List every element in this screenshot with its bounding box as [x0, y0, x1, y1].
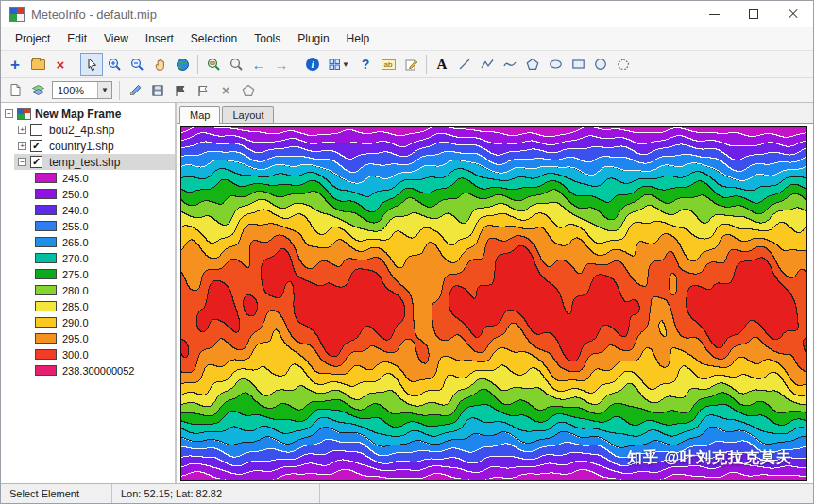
- zoom-out-icon: [130, 58, 144, 72]
- pencil-icon: [128, 83, 143, 97]
- dropdown-caret-icon: ▼: [101, 86, 109, 94]
- polygon-tool-button[interactable]: [521, 53, 544, 76]
- label-tag-icon: ab: [382, 59, 396, 70]
- edit-toolbar: 100% ▼ ×: [1, 77, 813, 103]
- legend-item[interactable]: 285.0: [1, 298, 175, 314]
- rectangle-tool-button[interactable]: [567, 53, 589, 76]
- legend-item[interactable]: 280.0: [1, 282, 175, 298]
- zoom-combo-dropdown-button[interactable]: ▼: [97, 82, 111, 98]
- legend-item[interactable]: 245.0: [1, 170, 175, 186]
- circle-tool-button[interactable]: [589, 53, 612, 76]
- what-is-this-button[interactable]: ?: [354, 53, 377, 76]
- menu-plugin[interactable]: Plugin: [289, 29, 337, 48]
- menu-insert[interactable]: Insert: [137, 29, 182, 48]
- add-layer-button[interactable]: +: [4, 53, 26, 76]
- back-button[interactable]: ←: [247, 53, 270, 76]
- forward-button[interactable]: →: [270, 53, 293, 76]
- minimize-button[interactable]: [694, 1, 734, 27]
- curve-icon: [503, 58, 517, 71]
- layer-row-temp-test[interactable]: − ✓ temp_test.shp: [14, 154, 175, 170]
- freehand-polygon-tool-button[interactable]: [612, 53, 635, 76]
- zoom-in-button[interactable]: [103, 53, 126, 76]
- layer-name[interactable]: country1.shp: [46, 140, 117, 153]
- remove-feature-button[interactable]: ×: [214, 79, 237, 102]
- map-frame-icon: [17, 108, 31, 120]
- ellipse-icon: [549, 58, 563, 71]
- zoom-combo-value: 100%: [53, 85, 97, 96]
- menu-view[interactable]: View: [95, 29, 137, 48]
- tab-layout[interactable]: Layout: [222, 106, 274, 123]
- zoom-previous-button[interactable]: [225, 53, 247, 76]
- reshape-polygon-button[interactable]: [237, 79, 260, 102]
- line-tool-button[interactable]: [453, 53, 476, 76]
- layers-button[interactable]: [26, 79, 49, 102]
- collapse-icon[interactable]: −: [5, 109, 13, 118]
- zoom-to-layer-icon: [207, 58, 221, 72]
- expand-icon[interactable]: +: [18, 142, 26, 150]
- maximize-button[interactable]: [734, 1, 773, 27]
- select-tool-button[interactable]: [80, 53, 103, 76]
- floppy-icon: [151, 84, 164, 97]
- text-tool-button[interactable]: A: [431, 53, 453, 76]
- polyline-tool-button[interactable]: [476, 53, 499, 76]
- legend-value: 245.0: [62, 173, 89, 184]
- minimize-icon: [709, 14, 720, 15]
- layers-panel: − New Map Frame + bou2_4p.shp + ✓ countr…: [1, 103, 177, 483]
- layer-row-bou2[interactable]: + bou2_4p.shp: [14, 122, 175, 138]
- tab-map[interactable]: Map: [179, 106, 220, 124]
- close-button[interactable]: [773, 1, 813, 27]
- label-button[interactable]: ab: [377, 53, 399, 76]
- legend-item[interactable]: 250.0: [1, 186, 175, 202]
- cursor-arrow-icon: [85, 58, 99, 72]
- save-edit-button[interactable]: [146, 79, 169, 102]
- legend-item[interactable]: 295.0: [1, 330, 175, 346]
- tree-root-row[interactable]: − New Map Frame: [1, 106, 175, 122]
- legend-item[interactable]: 265.0: [1, 234, 175, 250]
- polygon-icon: [526, 58, 539, 71]
- open-project-button[interactable]: [26, 53, 49, 76]
- layer-checkbox-checked[interactable]: ✓: [30, 156, 42, 168]
- legend-item[interactable]: 238.300000052: [1, 362, 175, 378]
- zoom-out-button[interactable]: [126, 53, 148, 76]
- layer-checkbox-checked[interactable]: ✓: [30, 140, 42, 152]
- menu-project[interactable]: Project: [7, 29, 59, 48]
- legend-item[interactable]: 270.0: [1, 250, 175, 266]
- delete-icon: ×: [57, 58, 65, 72]
- edit-feature-button[interactable]: [124, 79, 146, 102]
- remove-layer-button[interactable]: ×: [49, 53, 72, 76]
- menu-selection[interactable]: Selection: [182, 29, 246, 48]
- layer-checkbox-unchecked[interactable]: [30, 124, 42, 136]
- grid-view-dropdown-button[interactable]: ▼: [324, 53, 354, 76]
- menu-edit[interactable]: Edit: [59, 29, 95, 48]
- collapse-icon[interactable]: −: [18, 158, 26, 166]
- menu-tools[interactable]: Tools: [246, 29, 289, 48]
- end-edit-flag-button[interactable]: [192, 79, 214, 102]
- map-view[interactable]: 知乎 @叶刘克拉克莫夫: [177, 124, 813, 483]
- zoom-combo[interactable]: 100% ▼: [52, 81, 112, 99]
- legend-swatch: [35, 317, 57, 328]
- legend-item[interactable]: 255.0: [1, 218, 175, 234]
- attribute-edit-button[interactable]: [399, 53, 422, 76]
- pan-tool-button[interactable]: [148, 53, 171, 76]
- identify-button[interactable]: i: [301, 53, 324, 76]
- legend-item[interactable]: 240.0: [1, 202, 175, 218]
- menu-help[interactable]: Help: [338, 29, 379, 48]
- new-page-button[interactable]: [4, 79, 26, 102]
- legend-value: 275.0: [62, 269, 89, 280]
- curve-tool-button[interactable]: [499, 53, 521, 76]
- legend-item[interactable]: 290.0: [1, 314, 175, 330]
- layer-name[interactable]: bou2_4p.shp: [46, 124, 117, 137]
- ellipse-tool-button[interactable]: [544, 53, 567, 76]
- toolbar-separator: [76, 55, 76, 74]
- full-extent-button[interactable]: [171, 53, 194, 76]
- temperature-contour-map[interactable]: [180, 126, 807, 481]
- zoom-to-layer-button[interactable]: [202, 53, 225, 76]
- legend-item[interactable]: 275.0: [1, 266, 175, 282]
- info-icon: i: [306, 58, 319, 71]
- layer-name[interactable]: temp_test.shp: [46, 156, 123, 169]
- start-edit-flag-button[interactable]: [169, 79, 192, 102]
- legend-item[interactable]: 300.0: [1, 346, 175, 362]
- layer-row-country1[interactable]: + ✓ country1.shp: [14, 138, 175, 154]
- statusbar: Select Element Lon: 52.15; Lat: 82.82: [1, 483, 813, 503]
- expand-icon[interactable]: +: [18, 126, 26, 134]
